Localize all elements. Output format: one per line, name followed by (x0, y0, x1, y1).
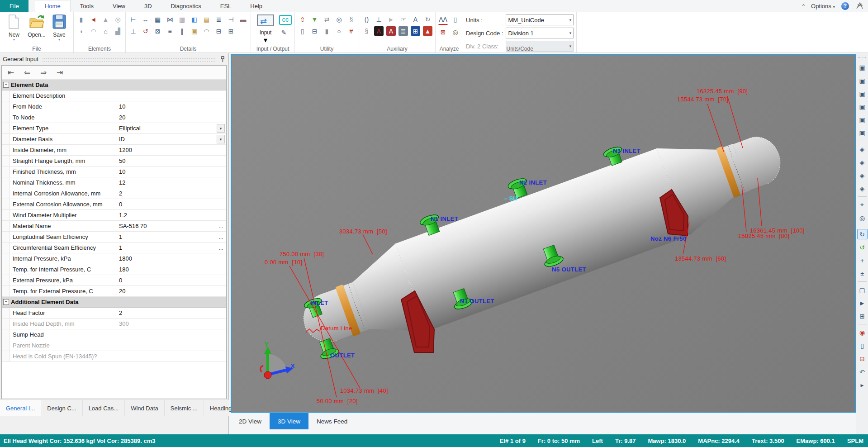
select-ellipse-icon[interactable]: ○ (334, 26, 344, 36)
row-value[interactable]: 1… (116, 233, 226, 241)
grid-section-header[interactable]: −Element Data (2, 80, 226, 90)
input-tab-generali[interactable]: General I... (0, 400, 41, 416)
delete-element-icon[interactable]: ▯ (298, 26, 307, 36)
row-value[interactable]: 300 (116, 320, 226, 327)
more-tools-icon[interactable]: ▸ (857, 380, 868, 390)
menu-tab-tools[interactable]: Tools (71, 0, 103, 12)
row-value[interactable]: 20 (116, 114, 226, 121)
toolbar-grip[interactable]: ⋯⋯ (858, 55, 867, 60)
row-value[interactable]: 2 (116, 309, 226, 316)
pointer-gray-icon[interactable]: ► (386, 14, 396, 24)
row-value[interactable]: 1.2 (116, 212, 226, 219)
view-cube-left-icon[interactable]: ▣ (857, 101, 868, 112)
coil-element-icon[interactable]: ◎ (113, 14, 123, 24)
find-element-icon[interactable]: ◎ (334, 14, 344, 24)
save-button[interactable]: Save▾ (48, 13, 71, 41)
legs-detail-icon[interactable]: ∥ (177, 26, 187, 36)
platform-detail-icon[interactable]: ↔ (141, 14, 150, 24)
baseplate-icon[interactable]: ⊥ (374, 14, 384, 24)
renumber-icon[interactable]: # (346, 26, 356, 36)
pan-view-icon[interactable]: + (857, 255, 868, 266)
menu-tab-view[interactable]: View (103, 0, 135, 12)
view-cube-iso-icon[interactable]: ▣ (857, 62, 868, 72)
basering-detail-icon[interactable]: ⊥ (128, 26, 138, 36)
packing-detail-icon[interactable]: ≡ (165, 26, 175, 36)
row-value[interactable]: 1… (116, 244, 226, 252)
menu-tab-file[interactable]: File (0, 0, 28, 12)
blank-report-icon[interactable]: ▯ (451, 14, 460, 24)
weight-detail-icon[interactable]: ▬ (238, 14, 248, 24)
menu-tab-home[interactable]: Home (35, 0, 71, 12)
scroll-report-icon[interactable]: § (362, 26, 371, 36)
menu-tab-help[interactable]: Help (241, 0, 272, 12)
clip-cube-icon[interactable]: ◉ (857, 327, 868, 338)
row-value[interactable]: 0 (116, 277, 226, 284)
row-value[interactable]: 1200 (116, 147, 226, 153)
view-diamond-sw-icon[interactable]: ◈ (857, 183, 868, 194)
show-cylinder-icon[interactable]: ▯ (857, 340, 868, 351)
view-tab-3d-view[interactable]: 3D View (270, 413, 308, 429)
menu-tab-diagnostics[interactable]: Diagnostics (161, 0, 211, 12)
input-dropdown[interactable]: ▾ (264, 36, 267, 44)
tray-detail-icon[interactable]: ▦ (153, 14, 162, 24)
access-icon[interactable]: A (386, 26, 396, 36)
view-cube-front-icon[interactable]: ▣ (857, 75, 868, 86)
view-diamond-ne-icon[interactable]: ◈ (857, 144, 868, 154)
first-element-button[interactable]: ⇤ (5, 68, 16, 77)
stiffener-detail-icon[interactable]: ≣ (214, 14, 223, 24)
half-detail-icon[interactable]: ⊞ (226, 26, 236, 36)
row-ellipsis-button[interactable]: … (218, 222, 225, 230)
view-cube-back-icon[interactable]: ▣ (857, 88, 868, 99)
row-value[interactable]: 180 (116, 266, 226, 273)
ring-detail-icon[interactable]: ▤ (202, 14, 211, 24)
row-value[interactable]: 50 (116, 157, 226, 164)
vessel-axes-icon[interactable]: ⊞ (857, 311, 868, 321)
units-dropdown[interactable]: MM_UniCode▾ (506, 14, 574, 25)
zoom-in-out-icon[interactable]: ± (857, 268, 868, 279)
select-window-icon[interactable]: ▢ (857, 285, 868, 295)
design-code-dropdown[interactable]: Division 1▾ (506, 28, 574, 38)
row-value[interactable]: 0 (116, 201, 226, 208)
hand-pick-icon[interactable]: ☞ (398, 14, 408, 24)
next-element-button[interactable]: ⇒ (38, 68, 49, 77)
collapse-icon[interactable]: − (3, 82, 9, 88)
design-code-dropdown-caret-icon[interactable]: ▾ (569, 31, 572, 35)
menu-tab-esl[interactable]: ESL (211, 0, 241, 12)
ruler-tower-icon[interactable]: A (411, 14, 420, 24)
hook-utility-icon[interactable]: § (346, 14, 356, 24)
orbit-view-icon[interactable]: ↺ (857, 242, 868, 252)
row-value[interactable]: 2 (116, 190, 226, 197)
calculator-icon[interactable]: ⊞ (411, 26, 420, 36)
pin-icon[interactable] (220, 56, 226, 62)
skirt-element-icon[interactable]: ▟ (113, 26, 123, 36)
cylinder-element-icon[interactable]: ▮ (76, 14, 86, 24)
brace-detail-icon[interactable]: ⊠ (153, 26, 162, 36)
arch-element-icon[interactable]: ⌂ (101, 26, 110, 36)
save-button-dropdown[interactable]: ▾ (58, 38, 60, 41)
3d-viewport[interactable]: 16325.45 mm [90]15544.73 mm [70]16361.45… (231, 54, 856, 413)
brackets-icon[interactable]: () (362, 14, 371, 24)
help-icon[interactable]: ? (841, 2, 849, 10)
elliptical-head-element-icon[interactable]: ◖ (76, 26, 86, 36)
new-button[interactable]: New▾ (3, 13, 25, 41)
row-ellipsis-button[interactable]: … (218, 244, 225, 252)
row-value[interactable]: ID▾ (116, 135, 226, 143)
autocad-icon[interactable]: A (374, 26, 384, 36)
error-check-icon[interactable]: ⊠ (438, 27, 448, 37)
select-arrow-icon[interactable]: ► (857, 298, 868, 308)
row-dropdown-icon[interactable]: ▾ (217, 135, 225, 143)
restart-icon[interactable]: ↻ (423, 14, 432, 24)
open-button[interactable]: Open... (25, 13, 48, 38)
view-tab-2d-view[interactable]: 2D View (231, 413, 270, 429)
spherical-head-element-icon[interactable]: ◠ (89, 26, 98, 36)
jacket-detail-icon[interactable]: ▣ (190, 26, 199, 36)
vessel-utility-icon[interactable]: ▮ (322, 26, 332, 36)
view-cube-top-icon[interactable]: ▣ (857, 128, 868, 138)
new-button-dropdown[interactable]: ▾ (13, 38, 15, 41)
menu-tab-3d[interactable]: 3D (135, 0, 161, 12)
review-report-icon[interactable]: ◎ (451, 27, 460, 37)
lining-detail-icon[interactable]: ▥ (177, 14, 187, 24)
half-pipe-icon[interactable]: ▼ (310, 14, 319, 24)
input-tab-winddata[interactable]: Wind Data (125, 400, 165, 416)
row-value[interactable]: 20 (116, 288, 226, 295)
